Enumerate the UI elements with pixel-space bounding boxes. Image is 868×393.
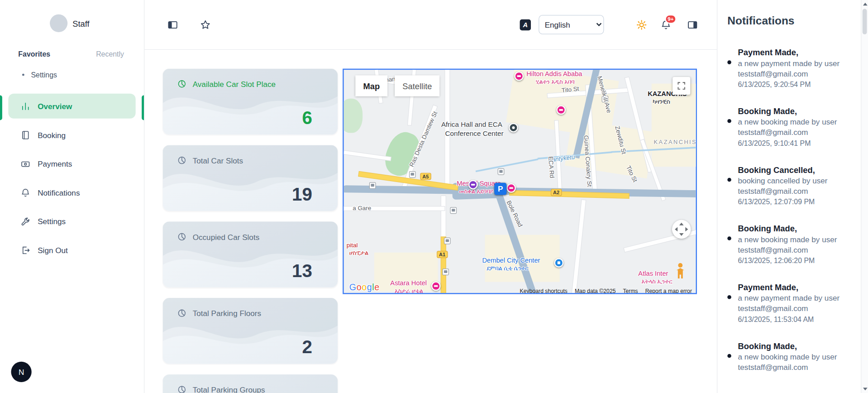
transit-station-icon[interactable] [450, 207, 457, 214]
stat-cards-column: Available Car Slot Place 6 Total Car Slo… [163, 69, 338, 393]
sidebar-item-booking[interactable]: Booking [8, 122, 135, 147]
bell-icon [20, 187, 30, 197]
sidebar-item-payments[interactable]: Payments [8, 151, 135, 176]
map-label: Dembel City Center [482, 256, 540, 264]
user-initial-avatar[interactable]: N [11, 362, 31, 382]
transit-station-icon[interactable] [444, 238, 451, 244]
map-label: Atlas Inter [638, 270, 668, 278]
stat-card-available-slots: Available Car Slot Place 6 [163, 69, 338, 135]
notifications-list: Payment Made, a new payment made by user… [727, 47, 851, 374]
route-badge: A2 [551, 189, 562, 196]
report-map-error-link[interactable]: Report a map error [645, 288, 692, 294]
pan-arrows-icon [672, 220, 691, 239]
fullscreen-button[interactable] [672, 77, 690, 95]
scrollbar-thumb[interactable] [863, 9, 867, 34]
sidebar-item-settings[interactable]: Settings [8, 209, 135, 234]
shopping-marker[interactable] [554, 258, 563, 268]
sidebar-item-notifications[interactable]: Notifications [8, 180, 135, 205]
poi-marker[interactable] [509, 123, 518, 133]
favorites-item-settings[interactable]: Settings [22, 69, 144, 80]
notification-item[interactable]: Booking Cancelled, booking cancelled by … [727, 164, 851, 206]
transit-station-icon[interactable] [498, 168, 505, 175]
notification-badge: 9+ [665, 14, 676, 24]
map-type-button-map[interactable]: Map [355, 75, 387, 96]
map-label: ደምበል ሲቲ ሴንተር [486, 265, 528, 272]
sun-theme-icon[interactable] [636, 19, 647, 30]
metro-station-marker[interactable] [514, 72, 524, 81]
transit-station-icon[interactable] [442, 268, 449, 275]
notification-time: 6/13/2025, 12:07:09 PM [738, 198, 851, 206]
transit-station-icon[interactable] [409, 171, 416, 178]
notification-time: 6/13/2025, 9:20:54 PM [738, 80, 851, 88]
map-label: Hilton Addis Ababa [526, 70, 582, 77]
stat-card-occupied-slots: Occupied Car Slots 13 [163, 221, 338, 288]
map-attribution: Keyboard shortcuts Map data ©2025 Terms … [520, 288, 692, 294]
tab-recently[interactable]: Recently [96, 50, 124, 58]
map-label: ሆስፒታል [349, 249, 368, 256]
parking-marker[interactable]: P [494, 183, 506, 195]
sidebar-tabs: Favorites Recently [18, 50, 124, 58]
stat-card-parking-groups: Total Parking Groups [163, 374, 338, 393]
book-icon [20, 130, 30, 140]
sidebar-menu: Overview Booking Payments Notifications … [0, 94, 144, 263]
sidebar-item-sign-out[interactable]: Sign Out [8, 238, 135, 263]
notifications-bell[interactable]: 9+ [660, 19, 671, 30]
stat-title: Total Parking Floors [193, 309, 261, 318]
terms-link[interactable]: Terms [623, 288, 638, 294]
notification-body: booking cancelled by user teststaff@gmai… [738, 176, 851, 196]
poi-marker[interactable] [468, 180, 478, 190]
stat-value: 13 [292, 260, 312, 281]
google-logo[interactable]: Google [349, 283, 380, 292]
notification-item[interactable]: Booking Made, a new booking made by user… [727, 106, 851, 148]
scroll-up-arrow-icon[interactable] [863, 3, 868, 5]
metro-station-marker[interactable] [506, 183, 516, 193]
notifications-panel: Notifications Payment Made, a new paymen… [717, 0, 861, 393]
sidebar-item-overview[interactable]: Overview [8, 94, 135, 119]
map-label: መስቀል አደባባይ [459, 188, 494, 195]
sidebar-user: Staff [0, 0, 144, 32]
panel-left-toggle-icon[interactable] [167, 19, 178, 30]
window-scrollbar[interactable] [861, 0, 868, 393]
notification-title: Payment Made, [738, 282, 851, 292]
notification-body: a new booking made by user teststaff@gma… [738, 352, 851, 373]
stat-card-parking-floors: Total Parking Floors 2 [163, 298, 338, 364]
cash-icon [20, 158, 30, 168]
map-label: ሂልተን አዲስ አበባ [536, 78, 575, 85]
park-area [343, 99, 362, 133]
bar-chart-icon [20, 101, 30, 111]
keyboard-shortcuts-link[interactable]: Keyboard shortcuts [520, 288, 568, 294]
translate-icon[interactable]: A [520, 19, 531, 30]
notification-item[interactable]: Booking Made, a new booking made by user… [727, 340, 851, 374]
dashboard-content: Available Car Slot Place 6 Total Car Slo… [144, 50, 717, 393]
pan-control[interactable] [672, 220, 691, 239]
tab-favorites[interactable]: Favorites [18, 50, 50, 58]
map-data-text: Map data ©2025 [575, 288, 616, 294]
active-indicator-bar [142, 95, 144, 120]
panel-right-toggle-icon[interactable] [687, 19, 698, 30]
scroll-down-arrow-icon[interactable] [863, 388, 868, 390]
pie-chart-icon [177, 385, 186, 393]
notification-item[interactable]: Payment Made, a new payment made by user… [727, 47, 851, 89]
language-select[interactable]: English [539, 15, 604, 34]
notification-item[interactable]: Payment Made, a new payment made by user… [727, 282, 851, 324]
map-type-button-satellite[interactable]: Satellite [395, 75, 440, 96]
map-label: KAZANCHIS [654, 139, 697, 145]
notification-title: Booking Made, [738, 223, 851, 234]
notification-title: Booking Cancelled, [738, 164, 851, 175]
metro-station-marker[interactable] [431, 281, 441, 291]
map-label: Astara Hotel [390, 279, 427, 287]
pie-chart-icon [177, 156, 186, 165]
bullet-icon [727, 60, 731, 64]
metro-station-marker[interactable] [556, 105, 566, 115]
notification-item[interactable]: Booking Made, a new booking made by user… [727, 223, 851, 265]
user-name: Staff [72, 19, 89, 28]
route-badge: A1 [437, 251, 448, 258]
star-icon[interactable] [200, 19, 211, 30]
notification-body: a new booking made by user teststaff@gma… [738, 117, 851, 138]
transit-station-icon[interactable] [369, 182, 376, 189]
street-view-pegman-icon[interactable] [676, 263, 685, 278]
notification-title: Booking Made, [738, 106, 851, 116]
topbar-right-cluster: A English 9+ [520, 15, 698, 34]
stat-title: Available Car Slot Place [193, 80, 276, 89]
google-map[interactable]: A5 A2 A1 Hilton Addis Ababa ሂልተን አዲስ አበባ… [343, 69, 697, 294]
